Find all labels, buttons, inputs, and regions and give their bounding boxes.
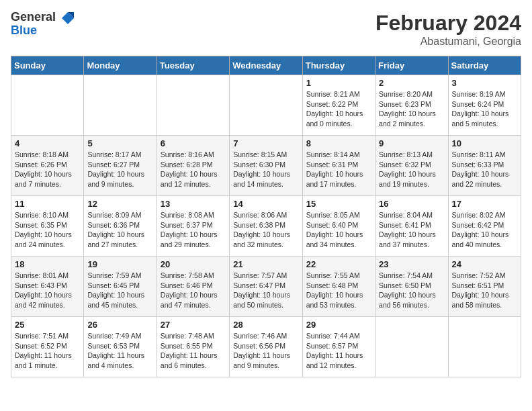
day-number: 2 [379,78,444,88]
day-info: Sunrise: 8:05 AM Sunset: 6:40 PM Dayligh… [306,210,371,250]
day-info: Sunrise: 7:46 AM Sunset: 6:56 PM Dayligh… [233,331,298,371]
col-header-saturday: Saturday [448,56,521,75]
day-number: 1 [306,78,371,88]
day-info: Sunrise: 7:52 AM Sunset: 6:51 PM Dayligh… [452,271,517,310]
day-number: 15 [306,199,371,209]
day-info: Sunrise: 7:57 AM Sunset: 6:47 PM Dayligh… [233,271,298,310]
col-header-wednesday: Wednesday [230,56,302,75]
day-info: Sunrise: 8:11 AM Sunset: 6:33 PM Dayligh… [452,150,517,189]
day-info: Sunrise: 7:58 AM Sunset: 6:46 PM Dayligh… [161,271,226,310]
calendar-cell: 9Sunrise: 8:13 AM Sunset: 6:32 PM Daylig… [375,136,448,196]
day-number: 26 [87,320,152,330]
day-info: Sunrise: 7:49 AM Sunset: 6:53 PM Dayligh… [87,331,152,371]
calendar-cell: 24Sunrise: 7:52 AM Sunset: 6:51 PM Dayli… [448,257,521,317]
day-info: Sunrise: 8:08 AM Sunset: 6:37 PM Dayligh… [161,210,226,250]
col-header-sunday: Sunday [11,56,84,75]
calendar-week-row: 25Sunrise: 7:51 AM Sunset: 6:52 PM Dayli… [11,317,521,377]
day-info: Sunrise: 7:44 AM Sunset: 6:57 PM Dayligh… [306,331,371,371]
calendar-cell: 3Sunrise: 8:19 AM Sunset: 6:24 PM Daylig… [448,75,521,136]
day-info: Sunrise: 8:21 AM Sunset: 6:22 PM Dayligh… [306,89,371,129]
day-info: Sunrise: 8:14 AM Sunset: 6:31 PM Dayligh… [306,150,371,189]
day-number: 4 [15,138,80,148]
logo-blue-text: Blue [11,24,75,38]
day-number: 27 [161,320,226,330]
day-info: Sunrise: 8:16 AM Sunset: 6:28 PM Dayligh… [161,150,226,189]
calendar-cell [84,75,157,136]
day-info: Sunrise: 8:17 AM Sunset: 6:27 PM Dayligh… [87,150,152,189]
day-info: Sunrise: 7:59 AM Sunset: 6:45 PM Dayligh… [87,271,152,310]
day-number: 6 [161,138,226,148]
col-header-thursday: Thursday [302,56,375,75]
day-info: Sunrise: 8:01 AM Sunset: 6:43 PM Dayligh… [15,271,80,310]
day-number: 22 [306,259,371,269]
day-info: Sunrise: 8:13 AM Sunset: 6:32 PM Dayligh… [379,150,444,189]
location-subtitle: Abastumani, Georgia [375,36,521,48]
title-section: February 2024 Abastumani, Georgia [375,11,521,48]
day-number: 20 [161,259,226,269]
day-info: Sunrise: 7:48 AM Sunset: 6:55 PM Dayligh… [161,331,226,371]
day-number: 29 [306,320,371,330]
day-info: Sunrise: 7:51 AM Sunset: 6:52 PM Dayligh… [15,331,80,371]
day-info: Sunrise: 8:15 AM Sunset: 6:30 PM Dayligh… [233,150,298,189]
calendar-header-row: SundayMondayTuesdayWednesdayThursdayFrid… [11,56,521,75]
calendar-cell: 17Sunrise: 8:02 AM Sunset: 6:42 PM Dayli… [448,196,521,257]
calendar-cell: 13Sunrise: 8:08 AM Sunset: 6:37 PM Dayli… [157,196,229,257]
day-number: 11 [15,199,80,209]
day-number: 12 [87,199,152,209]
calendar-cell: 6Sunrise: 8:16 AM Sunset: 6:28 PM Daylig… [157,136,229,196]
day-info: Sunrise: 8:06 AM Sunset: 6:38 PM Dayligh… [233,210,298,250]
day-info: Sunrise: 8:19 AM Sunset: 6:24 PM Dayligh… [452,89,517,129]
day-info: Sunrise: 7:54 AM Sunset: 6:50 PM Dayligh… [379,271,444,310]
calendar-cell: 27Sunrise: 7:48 AM Sunset: 6:55 PM Dayli… [157,317,229,377]
calendar-cell [157,75,229,136]
month-title: February 2024 [375,11,521,36]
calendar-cell: 12Sunrise: 8:09 AM Sunset: 6:36 PM Dayli… [84,196,157,257]
day-number: 23 [379,259,444,269]
day-number: 7 [233,138,298,148]
calendar-cell: 11Sunrise: 8:10 AM Sunset: 6:35 PM Dayli… [11,196,84,257]
day-info: Sunrise: 8:02 AM Sunset: 6:42 PM Dayligh… [452,210,517,250]
day-number: 13 [161,199,226,209]
day-number: 9 [379,138,444,148]
calendar-cell: 21Sunrise: 7:57 AM Sunset: 6:47 PM Dayli… [230,257,302,317]
day-number: 19 [87,259,152,269]
day-number: 10 [452,138,517,148]
day-number: 18 [15,259,80,269]
calendar-cell: 25Sunrise: 7:51 AM Sunset: 6:52 PM Dayli… [11,317,84,377]
day-number: 8 [306,138,371,148]
day-info: Sunrise: 8:04 AM Sunset: 6:41 PM Dayligh… [379,210,444,250]
calendar-cell: 10Sunrise: 8:11 AM Sunset: 6:33 PM Dayli… [448,136,521,196]
calendar-cell: 28Sunrise: 7:46 AM Sunset: 6:56 PM Dayli… [230,317,302,377]
calendar-week-row: 4Sunrise: 8:18 AM Sunset: 6:26 PM Daylig… [11,136,521,196]
calendar-week-row: 18Sunrise: 8:01 AM Sunset: 6:43 PM Dayli… [11,257,521,317]
calendar-cell: 7Sunrise: 8:15 AM Sunset: 6:30 PM Daylig… [230,136,302,196]
calendar-cell: 15Sunrise: 8:05 AM Sunset: 6:40 PM Dayli… [302,196,375,257]
page-header: General Blue February 2024 Abastumani, G… [11,11,521,48]
calendar-cell [375,317,448,377]
day-number: 14 [233,199,298,209]
calendar-cell: 19Sunrise: 7:59 AM Sunset: 6:45 PM Dayli… [84,257,157,317]
calendar-cell: 4Sunrise: 8:18 AM Sunset: 6:26 PM Daylig… [11,136,84,196]
col-header-tuesday: Tuesday [157,56,229,75]
calendar-week-row: 1Sunrise: 8:21 AM Sunset: 6:22 PM Daylig… [11,75,521,136]
calendar-cell: 18Sunrise: 8:01 AM Sunset: 6:43 PM Dayli… [11,257,84,317]
col-header-monday: Monday [84,56,157,75]
calendar-cell: 8Sunrise: 8:14 AM Sunset: 6:31 PM Daylig… [302,136,375,196]
day-info: Sunrise: 8:09 AM Sunset: 6:36 PM Dayligh… [87,210,152,250]
calendar-cell: 5Sunrise: 8:17 AM Sunset: 6:27 PM Daylig… [84,136,157,196]
day-number: 17 [452,199,517,209]
calendar-cell: 16Sunrise: 8:04 AM Sunset: 6:41 PM Dayli… [375,196,448,257]
calendar-table: SundayMondayTuesdayWednesdayThursdayFrid… [11,56,521,377]
day-number: 25 [15,320,80,330]
day-number: 24 [452,259,517,269]
day-number: 21 [233,259,298,269]
calendar-cell: 2Sunrise: 8:20 AM Sunset: 6:23 PM Daylig… [375,75,448,136]
day-number: 5 [87,138,152,148]
calendar-cell: 22Sunrise: 7:55 AM Sunset: 6:48 PM Dayli… [302,257,375,317]
day-number: 16 [379,199,444,209]
day-number: 28 [233,320,298,330]
day-info: Sunrise: 8:20 AM Sunset: 6:23 PM Dayligh… [379,89,444,129]
day-info: Sunrise: 7:55 AM Sunset: 6:48 PM Dayligh… [306,271,371,310]
calendar-cell: 1Sunrise: 8:21 AM Sunset: 6:22 PM Daylig… [302,75,375,136]
calendar-cell: 29Sunrise: 7:44 AM Sunset: 6:57 PM Dayli… [302,317,375,377]
